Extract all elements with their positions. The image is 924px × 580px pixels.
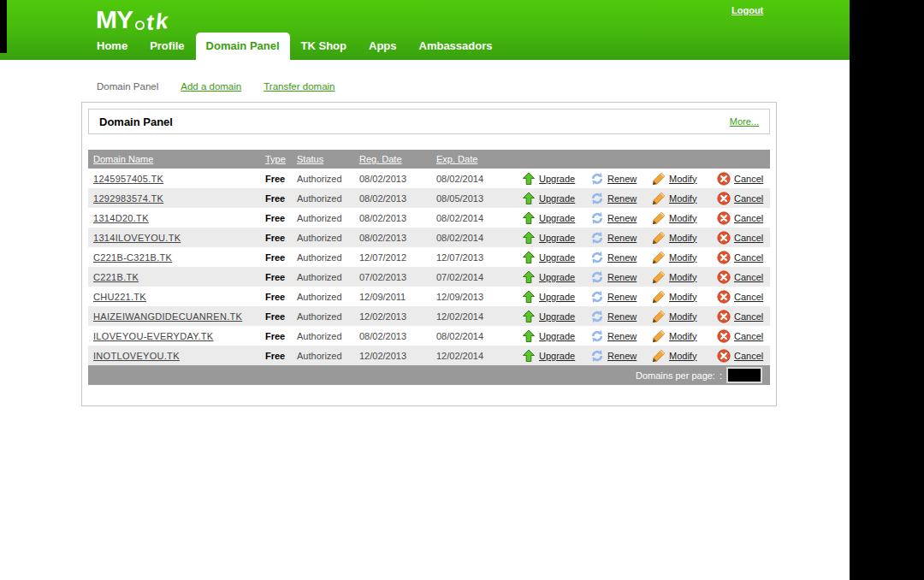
cancel-link[interactable]: Cancel bbox=[734, 311, 763, 322]
header-type[interactable]: Type bbox=[265, 154, 286, 164]
renew-link[interactable]: Renew bbox=[607, 213, 637, 223]
cancel-link[interactable]: Cancel bbox=[734, 272, 763, 282]
upgrade-link[interactable]: Upgrade bbox=[539, 193, 575, 204]
domains-per-page-select[interactable] bbox=[726, 367, 762, 383]
modify-icon[interactable] bbox=[652, 290, 666, 304]
nav-ambassadors[interactable]: Ambassadors bbox=[408, 33, 504, 60]
domain-link[interactable]: 1314D20.TK bbox=[93, 213, 149, 223]
modify-icon[interactable] bbox=[652, 251, 666, 264]
modify-icon[interactable] bbox=[652, 192, 666, 205]
domain-link[interactable]: 1314ILOVEYOU.TK bbox=[93, 233, 181, 243]
cancel-icon[interactable] bbox=[717, 290, 731, 304]
renew-link[interactable]: Renew bbox=[607, 252, 637, 263]
upgrade-icon[interactable] bbox=[522, 231, 536, 245]
cancel-icon[interactable] bbox=[717, 192, 731, 205]
modify-link[interactable]: Modify bbox=[669, 351, 696, 361]
header-status[interactable]: Status bbox=[297, 154, 323, 164]
nav-apps[interactable]: Apps bbox=[358, 33, 408, 60]
modify-link[interactable]: Modify bbox=[669, 233, 696, 243]
header-reg-date[interactable]: Reg. Date bbox=[359, 154, 402, 164]
upgrade-link[interactable]: Upgrade bbox=[539, 213, 575, 223]
upgrade-icon[interactable] bbox=[522, 172, 536, 186]
add-domain-link[interactable]: Add a domain bbox=[181, 81, 241, 92]
cancel-link[interactable]: Cancel bbox=[734, 292, 763, 302]
upgrade-icon[interactable] bbox=[522, 310, 536, 323]
renew-icon[interactable] bbox=[590, 211, 604, 225]
upgrade-icon[interactable] bbox=[522, 290, 536, 304]
nav-profile[interactable]: Profile bbox=[139, 33, 195, 60]
modify-link[interactable]: Modify bbox=[669, 292, 696, 302]
renew-link[interactable]: Renew bbox=[607, 311, 637, 322]
upgrade-icon[interactable] bbox=[522, 192, 536, 205]
modify-link[interactable]: Modify bbox=[669, 311, 696, 322]
upgrade-icon[interactable] bbox=[522, 211, 536, 225]
more-link[interactable]: More... bbox=[730, 116, 759, 127]
renew-link[interactable]: Renew bbox=[607, 351, 637, 361]
cancel-icon[interactable] bbox=[717, 251, 731, 264]
cancel-icon[interactable] bbox=[717, 270, 731, 284]
modify-icon[interactable] bbox=[652, 231, 666, 245]
cancel-icon[interactable] bbox=[717, 172, 731, 186]
renew-icon[interactable] bbox=[590, 172, 604, 186]
cancel-icon[interactable] bbox=[717, 211, 731, 225]
domain-link[interactable]: 1245957405.TK bbox=[93, 174, 163, 184]
cancel-link[interactable]: Cancel bbox=[734, 252, 763, 263]
renew-icon[interactable] bbox=[590, 310, 604, 323]
transfer-domain-link[interactable]: Transfer domain bbox=[264, 81, 335, 92]
renew-icon[interactable] bbox=[590, 270, 604, 284]
upgrade-icon[interactable] bbox=[522, 270, 536, 284]
cancel-link[interactable]: Cancel bbox=[734, 193, 763, 204]
cancel-icon[interactable] bbox=[717, 349, 731, 363]
domain-link[interactable]: C221B.TK bbox=[93, 272, 139, 282]
nav-domain-panel[interactable]: Domain Panel bbox=[196, 33, 290, 60]
modify-icon[interactable] bbox=[652, 172, 666, 186]
domain-link[interactable]: 1292983574.TK bbox=[93, 193, 163, 204]
upgrade-link[interactable]: Upgrade bbox=[539, 272, 575, 282]
cancel-link[interactable]: Cancel bbox=[734, 351, 763, 361]
renew-link[interactable]: Renew bbox=[607, 272, 637, 282]
modify-link[interactable]: Modify bbox=[669, 174, 696, 184]
modify-link[interactable]: Modify bbox=[669, 331, 696, 341]
upgrade-icon[interactable] bbox=[522, 251, 536, 264]
modify-icon[interactable] bbox=[652, 211, 666, 225]
upgrade-icon[interactable] bbox=[522, 349, 536, 363]
modify-link[interactable]: Modify bbox=[669, 252, 696, 263]
renew-link[interactable]: Renew bbox=[607, 292, 637, 302]
renew-link[interactable]: Renew bbox=[607, 174, 637, 184]
modify-icon[interactable] bbox=[652, 270, 666, 284]
header-exp-date[interactable]: Exp. Date bbox=[436, 154, 477, 164]
header-domain-name[interactable]: Domain Name bbox=[93, 154, 153, 164]
upgrade-link[interactable]: Upgrade bbox=[539, 351, 575, 361]
upgrade-link[interactable]: Upgrade bbox=[539, 252, 575, 263]
cancel-icon[interactable] bbox=[717, 310, 731, 323]
upgrade-link[interactable]: Upgrade bbox=[539, 331, 575, 341]
upgrade-link[interactable]: Upgrade bbox=[539, 233, 575, 243]
upgrade-link[interactable]: Upgrade bbox=[539, 292, 575, 302]
logout-link[interactable]: Logout bbox=[732, 5, 763, 15]
nav-tk-shop[interactable]: TK Shop bbox=[290, 33, 358, 60]
renew-link[interactable]: Renew bbox=[607, 233, 637, 243]
modify-icon[interactable] bbox=[652, 349, 666, 363]
domain-link[interactable]: INOTLOVEYOU.TK bbox=[93, 351, 180, 361]
renew-icon[interactable] bbox=[590, 251, 604, 264]
renew-icon[interactable] bbox=[590, 290, 604, 304]
modify-link[interactable]: Modify bbox=[669, 213, 696, 223]
nav-home[interactable]: Home bbox=[86, 33, 139, 60]
modify-icon[interactable] bbox=[652, 310, 666, 323]
upgrade-link[interactable]: Upgrade bbox=[539, 311, 575, 322]
domain-link[interactable]: CHU221.TK bbox=[93, 292, 146, 302]
cancel-icon[interactable] bbox=[717, 231, 731, 245]
cancel-link[interactable]: Cancel bbox=[734, 174, 763, 184]
renew-icon[interactable] bbox=[590, 349, 604, 363]
domain-link[interactable]: C221B-C321B.TK bbox=[93, 252, 172, 263]
cancel-link[interactable]: Cancel bbox=[734, 331, 763, 341]
domain-link[interactable]: HAIZEIWANGDIDECUANREN.TK bbox=[93, 311, 242, 322]
renew-icon[interactable] bbox=[590, 231, 604, 245]
renew-icon[interactable] bbox=[590, 329, 604, 343]
upgrade-icon[interactable] bbox=[522, 329, 536, 343]
renew-link[interactable]: Renew bbox=[607, 193, 637, 204]
cancel-link[interactable]: Cancel bbox=[734, 213, 763, 223]
cancel-icon[interactable] bbox=[717, 329, 731, 343]
renew-icon[interactable] bbox=[590, 192, 604, 205]
domain-link[interactable]: ILOVEYOU-EVERYDAY.TK bbox=[93, 331, 214, 341]
